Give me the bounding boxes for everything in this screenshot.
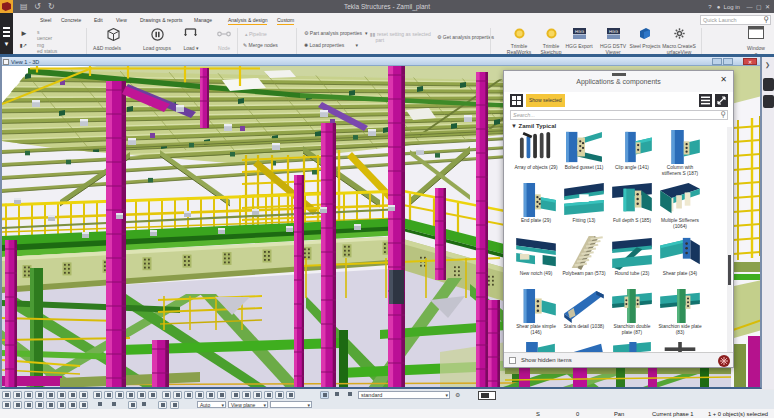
svg-text:HGG: HGG bbox=[575, 29, 584, 34]
svg-text:HGG: HGG bbox=[609, 29, 618, 34]
